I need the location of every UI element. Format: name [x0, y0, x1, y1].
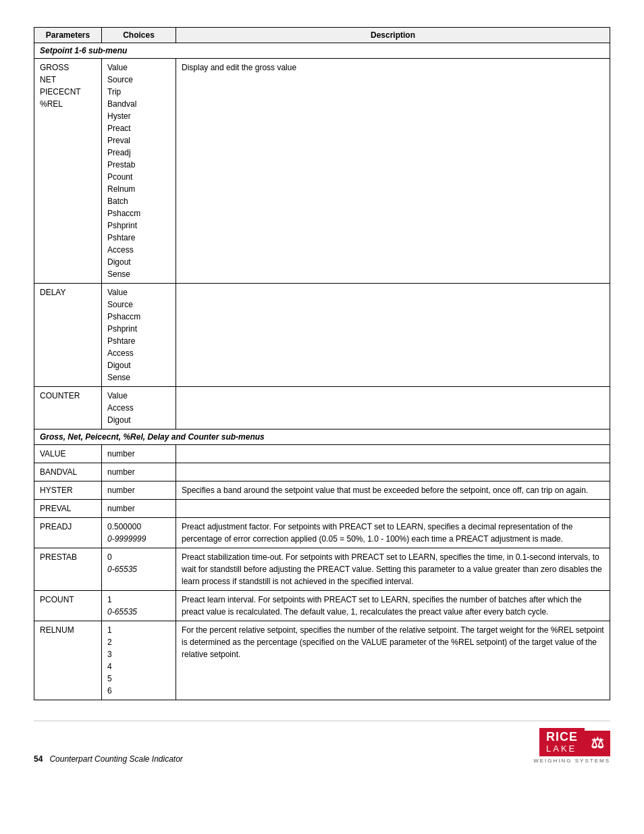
description-cell — [176, 445, 610, 463]
choices-cell: number — [102, 445, 176, 463]
logo-icon: ⚖ — [585, 731, 610, 756]
table-row: BANDVALnumber — [34, 463, 610, 481]
col-header-choices: Choices — [102, 28, 176, 43]
choices-cell: Value Source Pshaccm Pshprint Pshtare Ac… — [102, 284, 176, 387]
param-cell: RELNUM — [34, 621, 102, 700]
logo-lake: LAKE — [546, 744, 578, 754]
section-header-row: Setpoint 1-6 sub-menu — [34, 43, 610, 59]
description-cell: Preact adjustment factor. For setpoints … — [176, 518, 610, 548]
description-cell — [176, 284, 610, 387]
description-cell — [176, 463, 610, 481]
table-row: PREVALnumber — [34, 500, 610, 518]
section-header-row: Gross, Net, Peicecnt, %Rel, Delay and Co… — [34, 429, 610, 445]
param-cell: HYSTER — [34, 481, 102, 500]
choices-cell: 0 0-65535 — [102, 548, 176, 591]
footer: 54 Counterpart Counting Scale Indicator … — [34, 721, 610, 764]
main-table: Parameters Choices Description Setpoint … — [34, 27, 610, 700]
param-cell: DELAY — [34, 284, 102, 387]
page-number: 54 — [34, 754, 43, 764]
footer-title: Counterpart Counting Scale Indicator — [49, 754, 182, 764]
table-row: DELAYValue Source Pshaccm Pshprint Pshta… — [34, 284, 610, 387]
table-row: COUNTERValue Access Digout — [34, 387, 610, 429]
choices-cell: 1 0-65535 — [102, 591, 176, 621]
param-cell: PREVAL — [34, 500, 102, 518]
description-cell: Display and edit the gross value — [176, 59, 610, 284]
choices-cell: number — [102, 500, 176, 518]
col-header-description: Description — [176, 28, 610, 43]
logo-rice: RICE — [546, 731, 578, 744]
choices-cell: number — [102, 481, 176, 500]
table-row: RELNUM1 2 3 4 5 6For the percent relativ… — [34, 621, 610, 700]
param-cell: VALUE — [34, 445, 102, 463]
description-cell — [176, 500, 610, 518]
table-row: PCOUNT1 0-65535Preact learn interval. Fo… — [34, 591, 610, 621]
param-cell: BANDVAL — [34, 463, 102, 481]
choices-cell: 1 2 3 4 5 6 — [102, 621, 176, 700]
param-cell: PCOUNT — [34, 591, 102, 621]
description-cell: Specifies a band around the setpoint val… — [176, 481, 610, 500]
description-cell — [176, 387, 610, 429]
description-cell: Preact stabilization time-out. For setpo… — [176, 548, 610, 591]
logo-sub: WEIGHING SYSTEMS — [533, 758, 610, 764]
choices-cell: Value Source Trip Bandval Hyster Preact … — [102, 59, 176, 284]
svg-text:⚖: ⚖ — [591, 735, 604, 752]
table-row: GROSS NET PIECECNT %RELValue Source Trip… — [34, 59, 610, 284]
choices-cell: Value Access Digout — [102, 387, 176, 429]
table-row: PREADJ0.500000 0-9999999Preact adjustmen… — [34, 518, 610, 548]
section-header-cell: Setpoint 1-6 sub-menu — [34, 43, 610, 59]
table-row: VALUEnumber — [34, 445, 610, 463]
param-cell: GROSS NET PIECECNT %REL — [34, 59, 102, 284]
choices-cell: number — [102, 463, 176, 481]
param-cell: PREADJ — [34, 518, 102, 548]
logo: RICE LAKE ⚖ WEIGHING SYSTEMS — [533, 728, 610, 764]
page-wrapper: Parameters Choices Description Setpoint … — [34, 27, 610, 770]
col-header-parameters: Parameters — [34, 28, 102, 43]
param-cell: PRESTAB — [34, 548, 102, 591]
param-cell: COUNTER — [34, 387, 102, 429]
description-cell: For the percent relative setpoint, speci… — [176, 621, 610, 700]
table-row: PRESTAB0 0-65535Preact stabilization tim… — [34, 548, 610, 591]
choices-cell: 0.500000 0-9999999 — [102, 518, 176, 548]
footer-left: 54 Counterpart Counting Scale Indicator — [34, 754, 183, 764]
description-cell: Preact learn interval. For setpoints wit… — [176, 591, 610, 621]
section-header-cell: Gross, Net, Peicecnt, %Rel, Delay and Co… — [34, 429, 610, 445]
table-row: HYSTERnumberSpecifies a band around the … — [34, 481, 610, 500]
